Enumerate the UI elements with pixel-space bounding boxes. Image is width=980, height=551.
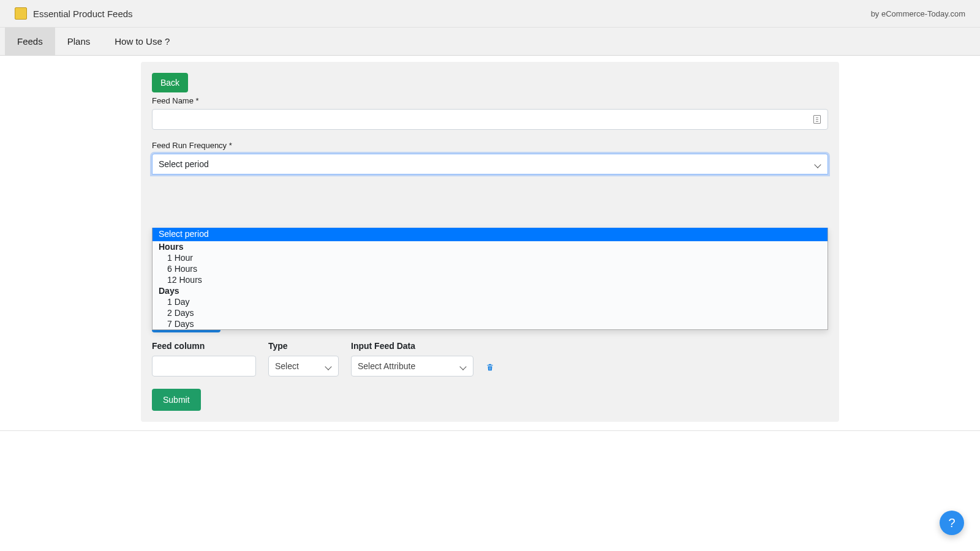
tab-howto[interactable]: How to Use ?	[102, 28, 182, 55]
submit-button[interactable]: Submit	[152, 389, 201, 411]
mapping-attribute-select[interactable]: Select Attribute	[351, 356, 473, 377]
delete-mapping-row-button[interactable]	[486, 362, 493, 371]
feed-name-label: Feed Name *	[152, 96, 828, 105]
freq-option-placeholder[interactable]: Select period	[153, 228, 827, 241]
chevron-down-icon	[461, 363, 467, 369]
mapping-row: Feed column Type Select Input Feed Data …	[152, 341, 828, 377]
frequency-dropdown: Select period Hours 1 Hour 6 Hours 12 Ho…	[152, 228, 828, 330]
app-title: Essential Product Feeds	[33, 9, 133, 19]
freq-group-hours: Hours	[153, 241, 827, 252]
freq-option-1hour[interactable]: 1 Hour	[153, 252, 827, 263]
keyboard-icon	[813, 115, 821, 124]
nav-tabs: Feeds Plans How to Use ?	[0, 28, 980, 56]
chevron-down-icon	[815, 161, 821, 167]
freq-option-1day[interactable]: 1 Day	[153, 296, 827, 307]
freq-option-2days[interactable]: 2 Days	[153, 307, 827, 318]
freq-option-6hours[interactable]: 6 Hours	[153, 263, 827, 274]
back-button[interactable]: Back	[152, 73, 188, 92]
tab-feeds[interactable]: Feeds	[5, 28, 55, 55]
feed-name-input[interactable]	[152, 109, 828, 130]
freq-group-days: Days	[153, 285, 827, 296]
freq-option-12hours[interactable]: 12 Hours	[153, 274, 827, 285]
frequency-selected-text: Select period	[159, 159, 209, 169]
mapping-col3-label: Input Feed Data	[351, 341, 473, 351]
mapping-col1-label: Feed column	[152, 341, 256, 351]
feed-name-input-wrap	[152, 109, 828, 130]
freq-option-7days[interactable]: 7 Days	[153, 318, 827, 329]
content: Back Feed Name * Feed Run Frequency * Se…	[0, 56, 980, 431]
mapping-type-select[interactable]: Select	[268, 356, 339, 377]
mapping-col2-label: Type	[268, 341, 339, 351]
app-icon	[15, 7, 27, 20]
header-left: Essential Product Feeds	[15, 7, 133, 20]
form-card: Back Feed Name * Feed Run Frequency * Se…	[141, 62, 839, 422]
chevron-down-icon	[326, 363, 332, 369]
frequency-select[interactable]: Select period	[152, 154, 828, 174]
feed-column-input[interactable]	[152, 356, 256, 377]
trash-icon	[486, 362, 494, 372]
header-byline: by eCommerce-Today.com	[871, 9, 965, 18]
frequency-label: Feed Run Frequency *	[152, 141, 828, 150]
tab-plans[interactable]: Plans	[55, 28, 103, 55]
app-header: Essential Product Feeds by eCommerce-Tod…	[0, 0, 980, 28]
